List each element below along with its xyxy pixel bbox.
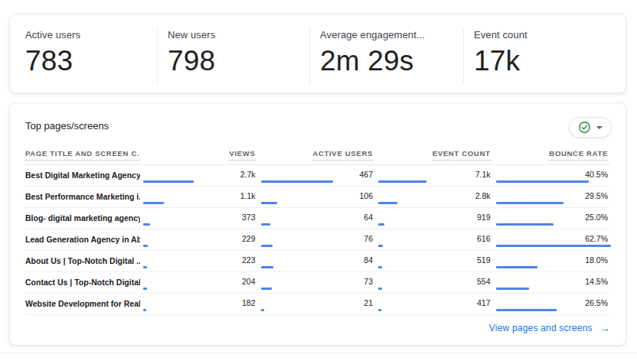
metric-cell-value: 2.7k — [140, 165, 258, 180]
page-title-cell: Best Digital Marketing Agency... — [25, 165, 140, 186]
metric-cell: 21 — [258, 294, 376, 314]
page-title-cell: Contact Us | Top-Notch Digital ... — [25, 272, 140, 293]
metric-cell-value: 62.7% — [493, 229, 611, 244]
page-title-cell: About Us | Top-Notch Digital ... — [25, 251, 140, 271]
table-header-row: PAGE TITLE AND SCREEN C... VIEWS ACTIVE … — [25, 145, 610, 165]
metric-value: 783 — [25, 45, 157, 77]
table-row: Best Performance Marketing i... 1.1k 106… — [25, 187, 610, 208]
table-row: Lead Generation Agency in Ab... 229 76 6… — [25, 229, 610, 251]
page-bottom-divider — [0, 353, 637, 353]
metric-bar — [496, 223, 554, 226]
summary-metric: Average engagement... 2m 29s — [309, 15, 463, 93]
metric-cell: 182 — [140, 294, 258, 314]
table-body: Best Digital Marketing Agency... 2.7k 46… — [25, 165, 610, 315]
metric-cell: 616 — [375, 229, 493, 250]
metric-cell: 64 — [258, 208, 376, 229]
metric-cell-value: 182 — [140, 294, 258, 308]
metric-cell-value: 84 — [258, 251, 376, 265]
metric-bar — [261, 245, 273, 247]
page-title-cell: Best Performance Marketing i... — [25, 187, 140, 207]
metric-bar — [496, 309, 557, 311]
column-header-label: PAGE TITLE AND SCREEN C... — [25, 149, 140, 161]
metric-bar — [143, 309, 146, 311]
metric-cell: 73 — [258, 272, 376, 293]
column-header-label: ACTIVE USERS — [312, 149, 373, 161]
metric-bar — [143, 245, 148, 247]
view-pages-link[interactable]: View pages and screens → — [489, 323, 610, 333]
chevron-down-icon — [596, 126, 603, 129]
metric-cell: 223 — [140, 251, 258, 271]
metric-bar — [378, 266, 382, 268]
check-circle-icon — [578, 121, 591, 134]
metric-cell-value: 373 — [140, 208, 258, 223]
metric-value: 2m 29s — [320, 45, 463, 77]
metric-cell: 26.5% — [493, 294, 611, 314]
metric-bar — [143, 180, 194, 183]
metric-cell-value: 2.8k — [375, 187, 493, 201]
page-title-cell: Website Development for Real... — [25, 294, 140, 314]
metric-label: Active users — [25, 29, 157, 41]
metric-label: New users — [168, 29, 309, 41]
metric-bar — [378, 202, 397, 204]
link-label: View pages and screens — [489, 323, 593, 333]
metric-cell: 1.1k — [140, 187, 258, 207]
metric-bar — [143, 266, 147, 268]
summary-metric: Active users 783 — [10, 15, 157, 93]
metric-cell: 229 — [140, 229, 258, 250]
metric-cell-value: 1.1k — [140, 187, 258, 201]
metric-bar — [143, 288, 147, 290]
metric-cell-value: 40.5% — [493, 165, 611, 180]
metric-cell-value: 204 — [140, 272, 258, 287]
metric-cell-value: 417 — [375, 294, 493, 308]
metric-cell-value: 64 — [258, 208, 376, 223]
table-row: Best Digital Marketing Agency... 2.7k 46… — [25, 165, 610, 187]
metric-cell-value: 18.0% — [493, 251, 611, 265]
metric-cell: 40.5% — [493, 165, 611, 186]
metric-cell: 18.0% — [493, 251, 611, 271]
metric-cell: 417 — [375, 294, 493, 314]
table-row: Contact Us | Top-Notch Digital ... 204 7… — [25, 272, 610, 294]
metric-bar — [378, 180, 426, 183]
summary-metric: New users 798 — [157, 15, 309, 93]
metric-cell: 467 — [258, 165, 376, 186]
page-title-cell: Blog- digital marketing agency... — [25, 208, 140, 229]
metric-value: 798 — [168, 45, 309, 77]
metric-bar — [261, 309, 264, 311]
metric-cell-value: 21 — [258, 294, 376, 308]
metric-cell-value: 29.5% — [493, 187, 611, 201]
page-title-cell: Lead Generation Agency in Ab... — [25, 229, 140, 250]
metric-bar — [143, 223, 150, 226]
column-header-label: EVENT COUNT — [433, 149, 491, 161]
table-row: Blog- digital marketing agency... 373 64… — [25, 208, 610, 229]
metric-value: 17k — [474, 45, 626, 77]
metric-bar — [496, 202, 564, 204]
column-header: ACTIVE USERS — [258, 145, 376, 161]
metric-bar — [496, 245, 611, 247]
metric-bar — [143, 202, 164, 204]
metric-cell: 25.0% — [493, 208, 611, 229]
metric-cell-value: 223 — [140, 251, 258, 265]
summary-metric: Event count 17k — [463, 15, 626, 93]
metric-bar — [261, 288, 273, 290]
metric-cell: 919 — [375, 208, 493, 229]
metric-bar — [496, 288, 530, 290]
metric-cell: 7.1k — [375, 165, 493, 186]
metric-cell: 554 — [375, 272, 493, 293]
top-pages-card: Top pages/screens PAGE TITLE AND SCREEN … — [9, 102, 626, 346]
metric-cell: 204 — [140, 272, 258, 293]
metric-cell: 373 — [140, 208, 258, 229]
metric-bar — [378, 288, 382, 290]
card-footer: View pages and screens → — [489, 320, 610, 334]
metric-cell-value: 616 — [375, 229, 493, 244]
metric-cell-value: 519 — [375, 251, 493, 265]
metric-bar — [261, 202, 277, 204]
metric-cell: 2.8k — [375, 187, 493, 207]
summary-metrics-card: Active users 783 New users 798 Average e… — [9, 14, 626, 93]
data-quality-button[interactable] — [569, 117, 612, 138]
column-header: EVENT COUNT — [375, 145, 493, 161]
card-title: Top pages/screens — [25, 103, 610, 132]
metric-cell: 2.7k — [140, 165, 258, 186]
metric-cell-value: 554 — [375, 272, 493, 287]
metric-bar — [496, 180, 590, 183]
metric-bar — [378, 245, 383, 247]
